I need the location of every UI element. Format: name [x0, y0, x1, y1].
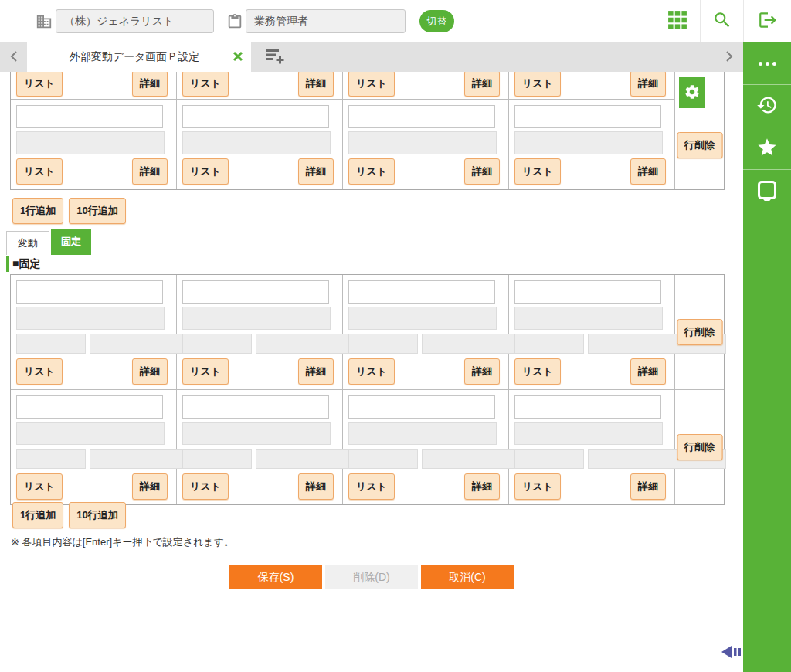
detail-button[interactable]: 詳細 [630, 72, 666, 97]
item-name-input[interactable] [514, 280, 661, 304]
tab-scroll-right-button[interactable] [717, 42, 742, 72]
detail-button[interactable]: 詳細 [132, 473, 168, 500]
add-one-row-button[interactable]: 1行追加 [12, 198, 63, 224]
item-name-input[interactable] [16, 105, 163, 128]
item-value-display [182, 422, 331, 445]
add-tab-button[interactable] [260, 42, 290, 72]
fixed-rows-table: リスト 詳細 リスト 詳細 [10, 274, 725, 505]
item-value-display [514, 307, 663, 330]
settings-button[interactable] [679, 77, 705, 108]
row-cell: リスト 詳細 [509, 275, 675, 390]
add-ten-rows-button[interactable]: 10行追加 [69, 502, 125, 528]
detail-button[interactable]: 詳細 [298, 72, 334, 97]
role-input[interactable] [246, 9, 406, 33]
list-button[interactable]: リスト [182, 72, 229, 97]
list-button[interactable]: リスト [514, 158, 561, 185]
list-button[interactable]: リスト [16, 72, 63, 97]
list-button[interactable]: リスト [348, 158, 395, 185]
logout-button[interactable] [743, 0, 791, 42]
search-icon [712, 10, 732, 32]
favorites-button[interactable] [743, 127, 791, 170]
tab-scroll-left-button[interactable] [2, 42, 26, 72]
row-cell: リスト 詳細 [177, 275, 343, 390]
row-cell: リスト 詳細 [509, 100, 675, 189]
detail-button[interactable]: 詳細 [132, 158, 168, 185]
cancel-button[interactable]: 取消(C) [421, 565, 514, 589]
active-tab[interactable]: 外部変動データ画面Ｐ設定 [27, 42, 251, 72]
delete-button[interactable]: 削除(D) [325, 565, 418, 589]
logout-icon [758, 10, 778, 32]
detail-button[interactable]: 詳細 [298, 158, 334, 185]
variable-rows-table: リスト 詳細 リスト 詳細 リスト 詳細 リスト 詳細 [10, 72, 725, 190]
list-button[interactable]: リスト [16, 473, 63, 500]
row-delete-button[interactable]: 行削除 [677, 132, 722, 158]
detail-button[interactable]: 詳細 [298, 473, 334, 500]
tray-icon [756, 179, 778, 203]
item-name-input[interactable] [348, 105, 495, 128]
item-name-input[interactable] [16, 280, 163, 304]
detail-button[interactable]: 詳細 [630, 473, 666, 500]
more-menu-button[interactable] [743, 42, 791, 85]
item-name-input[interactable] [182, 105, 329, 128]
history-button[interactable] [743, 85, 791, 127]
item-value-display [348, 131, 497, 154]
collapse-arrow-icon [721, 651, 742, 663]
detail-button[interactable]: 詳細 [630, 158, 666, 185]
right-sidebar [743, 42, 791, 672]
item-name-input[interactable] [348, 395, 495, 419]
detail-button[interactable]: 詳細 [630, 358, 666, 385]
item-name-input[interactable] [182, 280, 329, 304]
active-tab-title: 外部変動データ画面Ｐ設定 [27, 50, 228, 64]
list-button[interactable]: リスト [514, 72, 561, 97]
sub-field-display [182, 334, 252, 354]
detail-button[interactable]: 詳細 [464, 473, 500, 500]
list-button[interactable]: リスト [182, 473, 229, 500]
row-cell: リスト 詳細 [509, 390, 675, 504]
collapse-panel-button[interactable] [721, 643, 742, 660]
switch-button[interactable]: 切替 [419, 10, 454, 32]
tab-fixed[interactable]: 固定 [51, 229, 91, 255]
sub-field-display [514, 334, 584, 354]
save-button[interactable]: 保存(S) [229, 565, 322, 589]
detail-button[interactable]: 詳細 [464, 358, 500, 385]
row-actions-cell: 行削除 [675, 390, 724, 504]
item-value-display [182, 131, 331, 154]
tab-variable[interactable]: 変動 [6, 231, 49, 255]
detail-button[interactable]: 詳細 [132, 358, 168, 385]
list-button[interactable]: リスト [348, 358, 395, 385]
search-button[interactable] [700, 0, 743, 42]
list-button[interactable]: リスト [514, 473, 561, 500]
row-cell: リスト 詳細 [343, 390, 509, 504]
list-button[interactable]: リスト [182, 358, 229, 385]
fixed-add-row-actions: 1行追加 10行追加 [12, 502, 126, 528]
detail-button[interactable]: 詳細 [298, 358, 334, 385]
add-ten-rows-button[interactable]: 10行追加 [69, 198, 125, 224]
row-delete-button[interactable]: 行削除 [677, 319, 722, 345]
top-header: 切替 [0, 0, 791, 42]
list-button[interactable]: リスト [16, 158, 63, 185]
item-name-input[interactable] [514, 395, 661, 419]
list-button[interactable]: リスト [182, 158, 229, 185]
tray-button[interactable] [743, 170, 791, 212]
apps-grid-button[interactable] [654, 0, 700, 42]
company-input[interactable] [56, 9, 214, 33]
list-button[interactable]: リスト [16, 358, 63, 385]
list-button[interactable]: リスト [348, 72, 395, 97]
detail-button[interactable]: 詳細 [464, 72, 500, 97]
list-button[interactable]: リスト [514, 358, 561, 385]
item-name-input[interactable] [514, 105, 661, 128]
close-icon [233, 53, 243, 64]
item-name-input[interactable] [348, 280, 495, 304]
row-delete-button[interactable]: 行削除 [677, 434, 722, 460]
item-name-input[interactable] [182, 395, 329, 419]
chevron-right-icon [725, 50, 734, 65]
add-one-row-button[interactable]: 1行追加 [12, 502, 63, 528]
detail-button[interactable]: 詳細 [132, 72, 168, 97]
detail-button[interactable]: 詳細 [464, 158, 500, 185]
fixed-section-heading: ■固定 [6, 256, 40, 272]
list-button[interactable]: リスト [348, 473, 395, 500]
row-cell: リスト 詳細 [11, 275, 177, 390]
item-name-input[interactable] [16, 395, 163, 419]
more-icon [759, 62, 776, 66]
tab-close-button[interactable] [228, 47, 248, 67]
